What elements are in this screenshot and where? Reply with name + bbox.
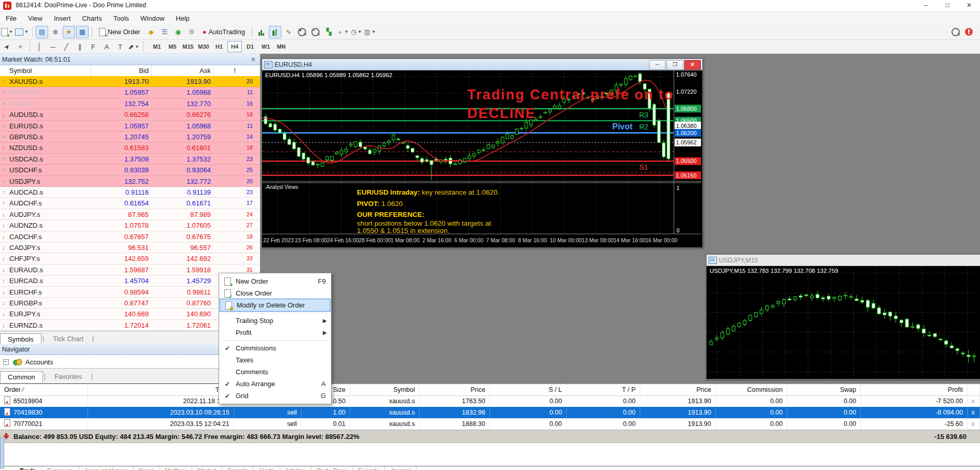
new-order-button[interactable]: +New Order [95,26,144,38]
menu-item-profit[interactable]: Profit▶ [219,327,331,339]
terminal-tab-mailbox[interactable]: Mailbox [160,466,192,470]
notification-badge-icon[interactable] [965,28,973,36]
mw-column-bid[interactable]: Bid [139,65,149,76]
chart-minimize-button[interactable]: ─ [649,60,666,70]
terminal-tab-code-base[interactable]: Code Base [311,466,353,470]
menu-item-taxes[interactable]: Taxes [219,354,331,366]
order-row[interactable]: 704198302023.03.10 09:26:15sell1.00xauus… [0,407,980,418]
eurusd-window-titlebar[interactable]: EURUSD,H4 ─ ❐ ✕ [262,59,702,70]
usdjpy-window-titlebar[interactable]: USDJPY,M15 [707,255,980,266]
market-watch-row[interactable]: ↑USDCAD.s1.375091.3753223 [0,154,260,165]
menu-insert[interactable]: Insert [48,13,77,24]
terminal-tab-exposure[interactable]: Exposure [42,466,79,470]
market-watch-row[interactable]: ↓CHFJPY.s142.659142.69233 [0,253,260,264]
tab-tick-chart[interactable]: Tick Chart [45,333,91,344]
chart-close-button[interactable]: ✕ [684,60,701,70]
menu-help[interactable]: Help [170,13,195,24]
bar-chart-button[interactable] [255,26,268,38]
options-button[interactable]: ⚙ [185,26,198,38]
mw-column-symbol[interactable]: Symbol [9,65,32,76]
menu-item-auto-arrange[interactable]: ✓Auto ArrangeA [219,378,331,390]
close-position-button[interactable]: x [968,407,980,418]
timeframe-m5[interactable]: M5 [165,41,180,52]
orders-column-profit[interactable]: Profit [861,384,968,395]
terminal-tab-journal[interactable]: Journal [385,466,416,470]
minimize-button[interactable]: – [915,0,936,11]
timeframe-w1[interactable]: W1 [258,41,273,52]
market-watch-row[interactable]: ↓AUDNZD.s1.075781.0760527 [0,220,260,231]
menu-item-comments[interactable]: Comments [219,366,331,378]
autotrading-button[interactable]: ●AutoTrading [199,26,249,38]
menu-item-new-order[interactable]: +New OrderF9 [219,275,331,287]
profiles-button[interactable]: ▼ [15,26,29,38]
maximize-button[interactable]: □ [936,0,958,11]
periods-button[interactable]: ◷▼ [350,26,363,38]
market-watch-row[interactable]: ↑USDJPY132.754132.77016 [0,98,260,109]
timeframe-h4[interactable]: H4 [227,41,242,52]
timeframe-mn[interactable]: MN [274,41,289,52]
market-watch-row[interactable]: ↑EURUSD1.059571.0596811 [0,87,260,98]
close-button[interactable]: ✕ [958,0,980,11]
market-watch-caption[interactable]: Market Watch: 06:51:01 ✕ [0,54,260,65]
menu-charts[interactable]: Charts [76,13,107,24]
terminal-tab-alerts[interactable]: Alerts [253,466,280,470]
new-chart-button[interactable]: +▼ [1,26,13,38]
crosshair-tool[interactable]: ＋ [14,40,26,53]
market-watch-row[interactable]: ↑AUDCAD.s0.911160.9113923 [0,187,260,198]
market-watch-row[interactable]: ↑AUDCHF.s0.616540.6167117 [0,198,260,209]
chart-window-eurusd-h4[interactable]: EURUSD,H4 ─ ❐ ✕ R3R2PivotS1Trading Centr… [261,58,703,248]
templates-button[interactable]: ▥▼ [364,26,376,38]
metaeditor-button[interactable]: ◆ [145,26,157,38]
trendline-tool[interactable]: ╱ [60,40,73,53]
menu-item-grid[interactable]: ✓GridG [219,390,331,402]
mw-column-x[interactable]: ! [234,65,236,76]
terminal-scrollbar[interactable] [0,437,4,468]
market-watch-row[interactable]: ↓NZDUSD.s0.615830.6160118 [0,142,260,153]
market-watch-row[interactable]: ↑USDCHF.s0.930390.9306425 [0,165,260,175]
market-watch-row[interactable]: ↓CADJPY.s96.53196.55726 [0,242,260,253]
line-chart-button[interactable]: ∿ [282,26,295,38]
market-watch-row[interactable]: ↑EURUSD.s1.059571.0596811 [0,121,260,131]
timeframe-d1[interactable]: D1 [243,41,257,52]
market-watch-row[interactable]: ↑XAUUSD.s1913.701913.9020 [0,76,260,87]
market-watch-row[interactable]: ↑GBPUSD.s1.207451.2075914 [0,131,260,142]
menu-tools[interactable]: Tools [108,13,135,24]
close-position-button[interactable]: x [968,395,980,407]
signals-button[interactable]: ◉ [172,26,184,38]
indicators-button[interactable]: ＋▼ [336,26,349,38]
tab-symbols[interactable]: Symbols [0,333,41,345]
chart-restore-button[interactable]: ❐ [667,60,683,70]
menu-item-modify-or-delete-order[interactable]: ⚙Modify or Delete Order [220,299,330,311]
menu-item-close-order[interactable]: ✓Close Order [219,287,331,299]
shapes-tool[interactable]: ⬈▼ [127,40,140,53]
terminal-tab-signals[interactable]: Signals [222,466,253,470]
orders-column-time[interactable]: Time [88,384,234,395]
timeframe-m1[interactable]: M1 [150,41,164,52]
label-tool[interactable]: T [114,40,126,53]
experts-button[interactable]: ☰ [158,26,171,38]
terminal-tab-account-history[interactable]: Account History [79,466,134,470]
terminal-tab-news[interactable]: News [134,466,160,470]
terminal-toggle[interactable]: ▦ [76,26,89,38]
menu-item-commissions[interactable]: ✓Commissions [219,342,331,354]
usdjpy-chart-canvas[interactable]: USDJPY,M15 132.783 132.799 132.708 132.7… [707,266,980,379]
orders-column-tp[interactable]: T / P [567,384,640,395]
data-window-toggle[interactable]: ⊕ [49,26,62,38]
menu-view[interactable]: View [22,13,48,24]
fibonacci-tool[interactable]: F [87,40,99,53]
channel-tool[interactable]: ∥ [74,40,86,53]
text-tool[interactable]: A [100,40,113,53]
terminal-tab-experts[interactable]: Experts [353,466,385,470]
search-icon[interactable] [952,28,960,36]
terminal-tab-articles[interactable]: Articles [280,466,311,470]
candlestick-chart-button[interactable] [269,26,281,38]
mw-column-ask[interactable]: Ask [199,65,211,76]
chart-window-usdjpy-m15[interactable]: USDJPY,M15 USDJPY,M15 132.783 132.799 13… [705,254,980,380]
market-watch-row[interactable]: ↑USDJPY.s132.752132.77220 [0,176,260,187]
tree-expander-icon[interactable] [3,359,9,365]
orders-column-order[interactable]: Order ∕ [0,384,88,395]
market-watch-close-icon[interactable]: ✕ [251,54,256,65]
vertical-line-tool[interactable]: │ [33,40,46,53]
terminal-tab-trade[interactable]: Trade [15,466,42,470]
orders-column-price[interactable]: Price [420,384,490,395]
